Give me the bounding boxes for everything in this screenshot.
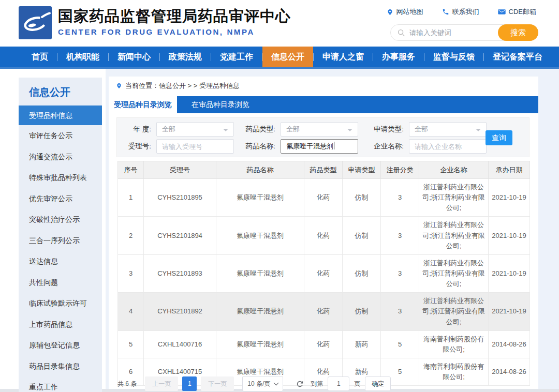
column-header: 承办日期 (489, 161, 530, 179)
page: 国家药品监督管理局药品审评中心 CENTER FOR DRUG EVALUATI… (0, 0, 559, 392)
nav-item-2[interactable]: 机构职能 (57, 47, 108, 67)
sidebar-item-13[interactable]: 药品目录集信息 (19, 356, 102, 377)
total-count: 共 6 条 (117, 380, 137, 388)
breadcrumb: 当前位置：信息公开 > > 受理品种信息 (116, 81, 240, 91)
column-header: 企业名称 (419, 161, 489, 179)
main-nav: 首页机构职能新闻中心政策法规党建工作信息公开申请人之窗办事服务监督与反馈登记备案… (0, 47, 559, 69)
table-cell: 2014-08-26 (489, 358, 530, 385)
query-button[interactable]: 查询 (486, 130, 512, 145)
table-cell: 1 (118, 179, 144, 217)
cde-logo[interactable] (19, 6, 52, 39)
contact-link[interactable]: 联系我们 (442, 7, 479, 17)
nav-item-6[interactable]: 信息公开 (262, 47, 313, 67)
sidebar-item-5[interactable]: 优先审评公示 (19, 188, 102, 209)
table-row-5[interactable]: 5CXHL1400716氟康唑干混悬剂化药新药5海南普利制药股份有限公司;201… (118, 330, 530, 358)
column-header: 药品类型 (304, 161, 343, 179)
table-cell: 化药 (304, 293, 343, 330)
apply-type-label: 申请类型: (370, 122, 404, 137)
sidebar-item-14[interactable]: 重点工作 (19, 376, 102, 392)
nav-item-9[interactable]: 监督与反馈 (424, 47, 483, 67)
main-panel: 当前位置：信息公开 > > 受理品种信息 受理品种目录浏览 在审品种目录浏览 年… (109, 77, 538, 389)
site-subtitle: CENTER FOR DRUG EVALUATION, NMPA (58, 27, 291, 36)
sidebar-title: 信息公开 (19, 78, 102, 105)
year-select[interactable]: 全部 (156, 122, 234, 137)
drug-name-label: 药品名称: (241, 139, 275, 154)
table-cell: 2014-08-26 (489, 330, 530, 358)
nav-item-3[interactable]: 新闻中心 (109, 47, 159, 67)
sidebar-item-2[interactable]: 审评任务公示 (19, 125, 102, 146)
keyword-search-input[interactable] (409, 25, 492, 40)
table-cell: 化药 (304, 254, 343, 292)
table-cell: CYHS2101892 (144, 293, 216, 330)
table-cell: 4 (118, 293, 144, 330)
page-size-select[interactable]: 10 条/页 (242, 376, 283, 391)
sidebar-item-1[interactable]: 受理品种信息 (19, 105, 102, 125)
table-cell: 海南普利制药股份有限公司; (419, 330, 489, 358)
goto-page-input[interactable] (328, 376, 349, 391)
table-cell: 浙江普利药业有限公司;浙江普利药业有限公司; (419, 179, 489, 217)
apply-type-select[interactable]: 全部 (409, 122, 487, 137)
table-cell: 氟康唑干混悬剂 (216, 179, 304, 217)
site-header: 国家药品监督管理局药品审评中心 CENTER FOR DRUG EVALUATI… (0, 0, 559, 47)
table-cell: 5 (381, 330, 419, 358)
table-cell: 5 (118, 330, 144, 358)
drug-type-select[interactable]: 全部 (281, 122, 358, 137)
table-cell: 仿制 (343, 254, 381, 292)
next-page-button[interactable]: 下一页 (201, 376, 234, 391)
search-button[interactable]: 搜索 (498, 24, 538, 41)
nav-item-5[interactable]: 党建工作 (211, 47, 262, 67)
table-cell: 浙江普利药业有限公司;浙江普利药业有限公司; (419, 293, 489, 330)
refresh-icon[interactable] (296, 380, 304, 388)
table-cell: 3 (381, 254, 419, 292)
breadcrumb-text: 当前位置：信息公开 > > 受理品种信息 (125, 81, 240, 91)
site-search-bar: 搜索 (390, 24, 538, 41)
search-icon (398, 29, 405, 37)
table-cell: 新药 (343, 330, 381, 358)
confirm-button[interactable]: 确定 (365, 376, 391, 391)
table-cell: 2021-10-19 (489, 293, 530, 330)
tab-under-review-catalog[interactable]: 在审品种目录浏览 (177, 96, 264, 113)
table-cell: 氟康唑干混悬剂 (216, 330, 304, 358)
tab-bar: 受理品种目录浏览 在审品种目录浏览 (109, 96, 538, 113)
table-row-3[interactable]: 3CYHS2101893氟康唑干混悬剂化药仿制3浙江普利药业有限公司;浙江普利药… (118, 254, 530, 292)
nav-item-10[interactable]: 登记备案平台 (484, 47, 551, 67)
company-input[interactable] (409, 139, 487, 154)
sidebar-item-6[interactable]: 突破性治疗公示 (19, 209, 102, 230)
sitemap-link-label: 网站地图 (396, 7, 423, 17)
page-unit-label: 页 (354, 380, 360, 388)
sidebar-item-10[interactable]: 临床试验默示许可 (19, 293, 102, 314)
table-cell: 浙江普利药业有限公司;浙江普利药业有限公司; (419, 217, 489, 254)
sidebar-item-3[interactable]: 沟通交流公示 (19, 146, 102, 168)
nav-item-4[interactable]: 政策法规 (160, 47, 211, 67)
tab-accepted-catalog[interactable]: 受理品种目录浏览 (109, 96, 177, 113)
sidebar-item-9[interactable]: 共性问题 (19, 272, 102, 293)
drug-name-value: 氟康唑干混悬剂 (286, 142, 333, 150)
company-label: 企业名称: (370, 139, 404, 154)
drug-name-input[interactable]: 氟康唑干混悬剂 (281, 139, 358, 154)
table-cell: CYHS2101893 (144, 254, 216, 292)
sidebar-item-11[interactable]: 上市药品信息 (19, 314, 102, 335)
sidebar-item-8[interactable]: 送达信息 (19, 251, 102, 272)
cde-logo-swoosh-icon (19, 6, 52, 39)
nav-item-8[interactable]: 办事服务 (373, 47, 424, 67)
table-row-4[interactable]: 4CYHS2101892氟康唑干混悬剂化药仿制3浙江普利药业有限公司;浙江普利药… (118, 293, 530, 330)
apply-type-select-value: 全部 (415, 125, 428, 133)
cde-mail-link[interactable]: CDE邮箱 (498, 7, 536, 17)
sidebar-item-7[interactable]: 三合一序列公示 (19, 230, 102, 251)
goto-label: 到第 (311, 380, 323, 388)
table-cell: 3 (118, 254, 144, 292)
sidebar: 信息公开 受理品种信息审评任务公示沟通交流公示特殊审批品种列表优先审评公示突破性… (19, 78, 102, 392)
current-page-button[interactable]: 1 (182, 376, 197, 391)
table-row-2[interactable]: 2CYHS2101894氟康唑干混悬剂化药仿制3浙江普利药业有限公司;浙江普利药… (118, 217, 530, 254)
sidebar-item-4[interactable]: 特殊审批品种列表 (19, 167, 102, 188)
sidebar-item-12[interactable]: 原辅包登记信息 (19, 335, 102, 356)
table-cell: CYHS2101894 (144, 217, 216, 254)
nav-item-7[interactable]: 申请人之窗 (314, 47, 373, 67)
table-cell: 氟康唑干混悬剂 (216, 217, 304, 254)
acceptance-no-input[interactable] (156, 139, 234, 154)
sitemap-link[interactable]: 网站地图 (387, 7, 423, 17)
table-cell: 浙江普利药业有限公司;浙江普利药业有限公司; (419, 254, 489, 292)
prev-page-button[interactable]: 上一页 (145, 376, 178, 391)
nav-item-1[interactable]: 首页 (23, 47, 57, 67)
table-row-1[interactable]: 1CYHS2101895氟康唑干混悬剂化药仿制3浙江普利药业有限公司;浙江普利药… (118, 179, 530, 217)
